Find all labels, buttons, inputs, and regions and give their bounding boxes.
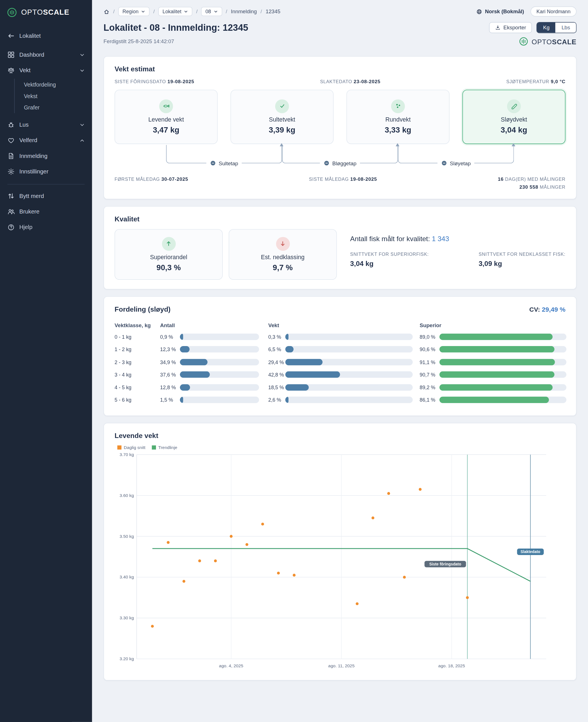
- globe-icon: [476, 8, 482, 14]
- sidebar-item-innmelding[interactable]: Innmelding: [0, 148, 92, 164]
- page: OPTOSCALE Lokalitet Dashbord Vekt: [0, 0, 588, 722]
- svg-text:3.40 kg: 3.40 kg: [120, 574, 134, 579]
- stat-sultetvekt: Sultetvekt 3,39 kg: [230, 90, 333, 144]
- superior-bar: [439, 371, 566, 378]
- antall-pct: 0,9 %: [160, 334, 180, 340]
- sidebar-item-label: Bytt merd: [19, 193, 44, 199]
- gear-icon: [7, 168, 15, 175]
- connector-sloyetap: Sløyetap: [398, 145, 514, 163]
- siste-maledag: SISTE MÅLEDAG 19-08-2025: [309, 176, 377, 182]
- stat-levende-vekt: Levende vekt 3,47 kg: [114, 90, 217, 144]
- forste-maledag: FØRSTE MÅLEDAG 30-07-2025: [114, 176, 188, 182]
- chevron-up-icon: [80, 138, 85, 143]
- main-content: / Region / Lokalitet / 08 / Innmelding /: [92, 0, 588, 722]
- sidebar-item-label: Innmelding: [19, 153, 48, 160]
- superior-pct: 86,1 %: [420, 397, 439, 403]
- sidebar-item-bytt-merd[interactable]: Bytt merd: [0, 188, 92, 204]
- sidebar-item-velferd[interactable]: Velferd: [0, 132, 92, 148]
- sidebar-item-lus[interactable]: Lus: [0, 117, 92, 132]
- antall-bar: [180, 371, 259, 378]
- connector-bloggetap: Bløggetap: [282, 145, 398, 163]
- sidebar-item-label: Brukere: [19, 208, 40, 215]
- vekt-bar: [286, 333, 413, 340]
- stat-label: Est. nedklassing: [261, 253, 304, 260]
- optoscale-logo-icon: [519, 37, 528, 46]
- app-logo: OPTOSCALE: [0, 7, 92, 18]
- sidebar-item-dashbord[interactable]: Dashbord: [0, 47, 92, 62]
- vekt-bar: [286, 371, 413, 378]
- breadcrumb: / Region / Lokalitet / 08 / Innmelding /: [104, 7, 280, 16]
- vekt-estimat-card: Vekt estimat SISTE FÔRINGSDATO 19-08-202…: [104, 56, 576, 199]
- breadcrumb-separator: /: [226, 9, 227, 14]
- antall-pct: 12,8 %: [160, 385, 180, 390]
- stat-rundvekt: Rundvekt 3,33 kg: [346, 90, 449, 144]
- col-antall: Antall: [160, 323, 180, 328]
- weight-class-label: 5 - 6 kg: [114, 397, 160, 403]
- sidebar-item-vekst[interactable]: Vekst: [15, 90, 92, 102]
- table-row: 1 - 2 kg12,3 %6,5 %90,6 %: [114, 343, 565, 356]
- stat-label: Superiorandel: [150, 253, 187, 260]
- kvalitet-title: Kvalitet: [114, 215, 565, 223]
- vekt-pct: 6,5 %: [268, 347, 285, 352]
- vekt-pct: 18,5 %: [268, 385, 285, 390]
- sidebar-item-brukere[interactable]: Brukere: [0, 204, 92, 219]
- unit-lbs-button[interactable]: Lbs: [555, 23, 576, 33]
- optoscale-logo-icon: [7, 7, 17, 18]
- measurement-counts: 16 DAG(ER) MED MÅLINGER 230 558 MÅLINGER: [498, 176, 565, 190]
- svg-text:3.50 kg: 3.50 kg: [120, 534, 134, 539]
- sjotemperatur: SJØTEMPERATUR 9,0 °C: [506, 79, 565, 84]
- unit-kg-button[interactable]: Kg: [537, 23, 555, 33]
- levende-vekt-chart: 3.20 kg3.30 kg3.40 kg3.50 kg3.60 kg3.70 …: [114, 451, 565, 671]
- snittvekt-nedklasset: SNITTVEKT FOR NEDKLASSET FISK: 3,09 kg: [479, 252, 565, 267]
- swap-icon: [7, 192, 15, 200]
- vekt-pct: 42,8 %: [268, 372, 285, 378]
- breadcrumb-innmelding[interactable]: Innmelding: [231, 9, 257, 14]
- sidebar-item-grafer[interactable]: Grafer: [15, 102, 92, 113]
- breadcrumb-region-dropdown[interactable]: Region: [119, 7, 150, 16]
- slaktedato: SLAKTEDATO 23-08-2025: [320, 79, 380, 84]
- weight-class-label: 2 - 3 kg: [114, 359, 160, 365]
- breadcrumb-merd-dropdown[interactable]: 08: [201, 7, 222, 16]
- export-button[interactable]: Eksporter: [489, 22, 532, 33]
- stat-est-nedklassing: Est. nedklassing 9,7 %: [229, 229, 337, 279]
- stat-value: 3,39 kg: [269, 126, 295, 135]
- antall-bar: [180, 346, 259, 353]
- siste-foringsdato: SISTE FÔRINGSDATO 19-08-2025: [114, 79, 194, 84]
- antall-pct: 1,5 %: [160, 397, 180, 403]
- levende-vekt-card: Levende vekt Daglig snitt Trendlinje 3.2…: [104, 423, 576, 681]
- fordeling-title: Fordeling (sløyd): [114, 305, 171, 313]
- breadcrumb-id: 12345: [266, 9, 280, 14]
- user-menu-button[interactable]: Kari Nordmann: [530, 6, 576, 17]
- download-icon: [495, 25, 501, 30]
- chevron-down-icon: [80, 122, 85, 127]
- svg-text:ago. 4, 2025: ago. 4, 2025: [219, 663, 244, 668]
- superior-bar: [439, 384, 566, 390]
- minus-circle-icon: [323, 160, 329, 166]
- vekt-submenu: Vektfordeling Vekst Grafer: [14, 79, 92, 113]
- breadcrumb-lokalitet-dropdown[interactable]: Lokalitet: [159, 7, 193, 16]
- table-row: 2 - 3 kg34,9 %29,4 %91,1 %: [114, 356, 565, 368]
- scale-icon: [7, 67, 15, 74]
- weight-class-label: 3 - 4 kg: [114, 372, 160, 378]
- weight-class-label: 1 - 2 kg: [114, 347, 160, 352]
- sidebar-item-innstillinger[interactable]: Innstillinger: [0, 164, 92, 179]
- home-icon[interactable]: [104, 8, 109, 14]
- superior-pct: 90,7 %: [420, 372, 439, 378]
- sidebar-item-label: Innstillinger: [19, 168, 48, 175]
- superior-pct: 89,2 %: [420, 385, 439, 390]
- table-row: 3 - 4 kg37,6 %42,8 %90,7 %: [114, 368, 565, 381]
- sidebar-item-vekt[interactable]: Vekt: [0, 63, 92, 78]
- sidebar-item-hjelp[interactable]: Hjelp: [0, 219, 92, 235]
- fish-icon: [163, 103, 169, 109]
- sidebar-item-vektfordeling[interactable]: Vektfordeling: [15, 79, 92, 90]
- sidebar-nav: Dashbord Vekt Vektfordeling Vekst Grafer: [0, 47, 92, 235]
- knife-icon: [510, 103, 517, 109]
- chevron-down-icon: [184, 9, 188, 14]
- language-selector[interactable]: Norsk (Bokmål): [476, 8, 524, 14]
- minus-circle-icon: [441, 160, 447, 166]
- stat-label: Sløydvekt: [501, 115, 527, 122]
- kvalitet-card: Kvalitet Superiorandel 90,3 % Est. nedkl…: [104, 206, 576, 289]
- back-to-lokalitet[interactable]: Lokalitet: [0, 28, 92, 43]
- sidebar-item-label: Lus: [19, 122, 29, 128]
- vekt-estimat-title: Vekt estimat: [114, 65, 565, 73]
